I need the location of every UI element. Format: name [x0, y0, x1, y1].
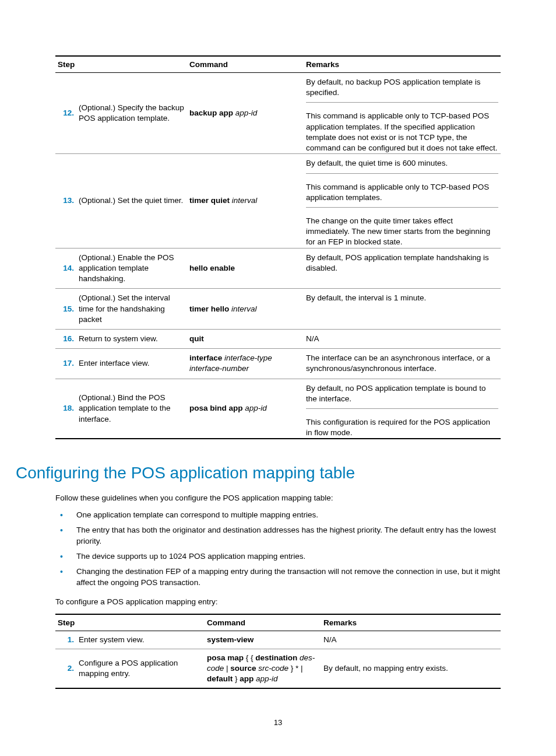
step-text: (Optional.) Enable the POS application t… — [76, 248, 187, 289]
command-text: backup app app-id — [187, 73, 304, 154]
intro-text: Follow these guidelines when you configu… — [55, 493, 501, 504]
table-row: 13.(Optional.) Set the quiet timer.timer… — [55, 154, 501, 248]
remarks-text: The interface can be an asynchronous int… — [304, 349, 501, 379]
col-command: Command — [187, 56, 304, 73]
step-number: 1. — [55, 631, 76, 649]
col-command: Command — [205, 614, 321, 631]
table-row: 15.(Optional.) Set the interval time for… — [55, 289, 501, 330]
col-remarks: Remarks — [321, 614, 501, 631]
steps-table-1: Step Command Remarks 12.(Optional.) Spec… — [55, 55, 501, 439]
table-header-row: Step Command Remarks — [55, 614, 501, 631]
step-number: 13. — [55, 154, 76, 248]
guidelines-list: One application template can correspond … — [55, 510, 501, 588]
step-text: Enter interface view. — [76, 349, 187, 379]
step-text: (Optional.) Bind the POS application tem… — [76, 379, 187, 439]
table-row: 12.(Optional.) Specify the backup POS ap… — [55, 73, 501, 154]
step-number: 12. — [55, 73, 76, 154]
list-item: The entry that has both the originator a… — [55, 525, 501, 547]
table-header-row: Step Command Remarks — [55, 56, 501, 73]
table-row: 1.Enter system view.system-viewN/A — [55, 631, 501, 649]
command-text: quit — [187, 329, 304, 348]
steps-table-2: Step Command Remarks 1.Enter system view… — [55, 614, 501, 690]
remarks-text: By default, no mapping entry exists. — [321, 649, 501, 688]
step-text: Return to system view. — [76, 329, 187, 348]
step-text: (Optional.) Set the quiet timer. — [76, 154, 187, 248]
section-heading: Configuring the POS application mapping … — [16, 464, 501, 482]
step-number: 14. — [55, 248, 76, 289]
col-remarks: Remarks — [304, 56, 501, 73]
step-text: (Optional.) Set the interval time for th… — [76, 289, 187, 330]
remarks-text: By default, no POS application template … — [304, 379, 501, 439]
step-text: (Optional.) Specify the backup POS appli… — [76, 73, 187, 154]
table-row: 18.(Optional.) Bind the POS application … — [55, 379, 501, 439]
col-step: Step — [55, 56, 187, 73]
remarks-text: By default, no backup POS application te… — [304, 73, 501, 154]
step-text: Enter system view. — [76, 631, 205, 649]
step-number: 18. — [55, 379, 76, 439]
col-step: Step — [55, 614, 205, 631]
command-text: system-view — [205, 631, 321, 649]
page-number: 13 — [0, 718, 556, 727]
step-number: 16. — [55, 329, 76, 348]
command-text: hello enable — [187, 248, 304, 289]
command-text: timer quiet interval — [187, 154, 304, 248]
step-text: Configure a POS application mapping entr… — [76, 649, 205, 688]
list-item: The device supports up to 1024 POS appli… — [55, 551, 501, 562]
step-number: 17. — [55, 349, 76, 379]
list-item: One application template can correspond … — [55, 510, 501, 521]
table-row: 2.Configure a POS application mapping en… — [55, 649, 501, 688]
table-row: 16.Return to system view.quitN/A — [55, 329, 501, 348]
lead-text: To configure a POS application mapping e… — [55, 597, 501, 608]
remarks-text: N/A — [321, 631, 501, 649]
table-row: 17.Enter interface view.interface interf… — [55, 349, 501, 379]
step-number: 2. — [55, 649, 76, 688]
remarks-text: N/A — [304, 329, 501, 348]
remarks-text: By default, the interval is 1 minute. — [304, 289, 501, 330]
remarks-text: By default, POS application template han… — [304, 248, 501, 289]
table-row: 14.(Optional.) Enable the POS applicatio… — [55, 248, 501, 289]
command-text: posa map { { destination des-code | sour… — [205, 649, 321, 688]
remarks-text: By default, the quiet time is 600 minute… — [304, 154, 501, 248]
list-item: Changing the destination FEP of a mappin… — [55, 566, 501, 589]
command-text: timer hello interval — [187, 289, 304, 330]
command-text: interface interface-type interface-numbe… — [187, 349, 304, 379]
step-number: 15. — [55, 289, 76, 330]
command-text: posa bind app app-id — [187, 379, 304, 439]
